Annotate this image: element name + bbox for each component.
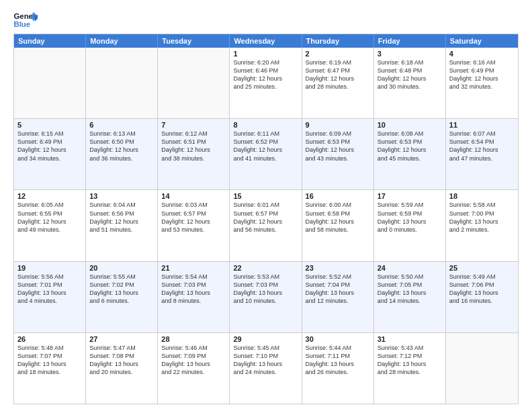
day-number: 1 <box>233 50 298 58</box>
day-cell-23: 23Sunrise: 5:52 AM Sunset: 7:04 PM Dayli… <box>302 262 374 332</box>
logo-icon: General Blue <box>13 11 38 30</box>
day-info: Sunrise: 5:54 AM Sunset: 7:03 PM Dayligh… <box>161 273 226 306</box>
day-cell-13: 13Sunrise: 6:04 AM Sunset: 6:56 PM Dayli… <box>86 190 158 261</box>
day-cell-26: 26Sunrise: 5:48 AM Sunset: 7:07 PM Dayli… <box>14 333 86 404</box>
day-number: 10 <box>378 121 442 129</box>
week-row-3: 12Sunrise: 6:05 AM Sunset: 6:55 PM Dayli… <box>14 189 518 261</box>
header-day-friday: Friday <box>374 34 446 48</box>
day-cell-1: 1Sunrise: 6:20 AM Sunset: 6:46 PM Daylig… <box>230 48 302 118</box>
empty-cell <box>14 48 86 118</box>
day-number: 20 <box>89 264 154 272</box>
day-info: Sunrise: 6:13 AM Sunset: 6:50 PM Dayligh… <box>89 130 154 163</box>
day-number: 27 <box>89 335 154 343</box>
day-info: Sunrise: 6:19 AM Sunset: 6:47 PM Dayligh… <box>306 58 370 91</box>
day-cell-15: 15Sunrise: 6:01 AM Sunset: 6:57 PM Dayli… <box>230 190 302 261</box>
empty-cell <box>158 48 230 118</box>
empty-cell <box>446 333 518 404</box>
day-info: Sunrise: 5:50 AM Sunset: 7:05 PM Dayligh… <box>378 273 442 306</box>
day-info: Sunrise: 5:46 AM Sunset: 7:09 PM Dayligh… <box>161 344 226 377</box>
day-cell-17: 17Sunrise: 5:59 AM Sunset: 6:59 PM Dayli… <box>374 190 446 261</box>
day-number: 11 <box>449 121 515 129</box>
day-info: Sunrise: 5:47 AM Sunset: 7:08 PM Dayligh… <box>89 344 154 377</box>
day-cell-30: 30Sunrise: 5:44 AM Sunset: 7:11 PM Dayli… <box>302 333 374 404</box>
day-cell-14: 14Sunrise: 6:03 AM Sunset: 6:57 PM Dayli… <box>158 190 230 261</box>
page: General Blue SundayMondayTuesdayWednesda… <box>0 0 532 411</box>
header-day-thursday: Thursday <box>302 34 374 48</box>
day-number: 24 <box>378 264 442 272</box>
day-info: Sunrise: 6:11 AM Sunset: 6:52 PM Dayligh… <box>233 130 298 163</box>
week-row-5: 26Sunrise: 5:48 AM Sunset: 7:07 PM Dayli… <box>14 332 518 404</box>
day-cell-25: 25Sunrise: 5:49 AM Sunset: 7:06 PM Dayli… <box>446 262 518 332</box>
day-cell-7: 7Sunrise: 6:12 AM Sunset: 6:51 PM Daylig… <box>158 119 230 189</box>
day-info: Sunrise: 6:12 AM Sunset: 6:51 PM Dayligh… <box>161 130 226 163</box>
header-day-wednesday: Wednesday <box>230 34 302 48</box>
day-cell-4: 4Sunrise: 6:16 AM Sunset: 6:49 PM Daylig… <box>446 48 518 118</box>
day-info: Sunrise: 5:56 AM Sunset: 7:01 PM Dayligh… <box>17 273 82 306</box>
day-info: Sunrise: 6:09 AM Sunset: 6:53 PM Dayligh… <box>306 130 370 163</box>
day-number: 15 <box>233 192 298 200</box>
day-info: Sunrise: 6:04 AM Sunset: 6:56 PM Dayligh… <box>89 201 154 234</box>
day-cell-29: 29Sunrise: 5:45 AM Sunset: 7:10 PM Dayli… <box>230 333 302 404</box>
day-info: Sunrise: 5:44 AM Sunset: 7:11 PM Dayligh… <box>306 344 370 377</box>
day-cell-21: 21Sunrise: 5:54 AM Sunset: 7:03 PM Dayli… <box>158 262 230 332</box>
header-day-saturday: Saturday <box>446 34 518 48</box>
day-cell-16: 16Sunrise: 6:00 AM Sunset: 6:58 PM Dayli… <box>302 190 374 261</box>
day-info: Sunrise: 6:16 AM Sunset: 6:49 PM Dayligh… <box>449 58 515 91</box>
header: General Blue <box>13 11 519 30</box>
day-info: Sunrise: 6:05 AM Sunset: 6:55 PM Dayligh… <box>17 201 82 234</box>
day-info: Sunrise: 5:48 AM Sunset: 7:07 PM Dayligh… <box>17 344 82 377</box>
day-number: 17 <box>378 192 442 200</box>
day-number: 21 <box>161 264 226 272</box>
week-row-4: 19Sunrise: 5:56 AM Sunset: 7:01 PM Dayli… <box>14 261 518 332</box>
day-info: Sunrise: 5:52 AM Sunset: 7:04 PM Dayligh… <box>306 273 370 306</box>
day-info: Sunrise: 6:00 AM Sunset: 6:58 PM Dayligh… <box>306 201 370 234</box>
header-day-tuesday: Tuesday <box>158 34 230 48</box>
day-cell-18: 18Sunrise: 5:58 AM Sunset: 7:00 PM Dayli… <box>446 190 518 261</box>
week-row-1: 1Sunrise: 6:20 AM Sunset: 6:46 PM Daylig… <box>14 48 518 118</box>
day-number: 8 <box>233 121 298 129</box>
empty-cell <box>86 48 158 118</box>
day-number: 6 <box>89 121 154 129</box>
header-day-sunday: Sunday <box>14 34 86 48</box>
calendar-header: SundayMondayTuesdayWednesdayThursdayFrid… <box>14 34 518 48</box>
day-cell-24: 24Sunrise: 5:50 AM Sunset: 7:05 PM Dayli… <box>374 262 446 332</box>
day-number: 7 <box>161 121 226 129</box>
day-info: Sunrise: 5:58 AM Sunset: 7:00 PM Dayligh… <box>449 201 515 234</box>
day-number: 28 <box>161 335 226 343</box>
day-cell-8: 8Sunrise: 6:11 AM Sunset: 6:52 PM Daylig… <box>230 119 302 189</box>
day-cell-27: 27Sunrise: 5:47 AM Sunset: 7:08 PM Dayli… <box>86 333 158 404</box>
day-info: Sunrise: 6:18 AM Sunset: 6:48 PM Dayligh… <box>378 58 442 91</box>
day-number: 5 <box>17 121 82 129</box>
logo: General Blue <box>13 11 40 30</box>
day-number: 9 <box>306 121 370 129</box>
day-number: 30 <box>306 335 370 343</box>
day-cell-20: 20Sunrise: 5:55 AM Sunset: 7:02 PM Dayli… <box>86 262 158 332</box>
day-info: Sunrise: 5:59 AM Sunset: 6:59 PM Dayligh… <box>378 201 442 234</box>
day-cell-6: 6Sunrise: 6:13 AM Sunset: 6:50 PM Daylig… <box>86 119 158 189</box>
day-number: 29 <box>233 335 298 343</box>
day-number: 13 <box>89 192 154 200</box>
day-number: 12 <box>17 192 82 200</box>
day-cell-5: 5Sunrise: 6:15 AM Sunset: 6:49 PM Daylig… <box>14 119 86 189</box>
day-cell-19: 19Sunrise: 5:56 AM Sunset: 7:01 PM Dayli… <box>14 262 86 332</box>
day-number: 2 <box>306 50 370 58</box>
day-number: 23 <box>306 264 370 272</box>
day-cell-22: 22Sunrise: 5:53 AM Sunset: 7:03 PM Dayli… <box>230 262 302 332</box>
day-number: 18 <box>449 192 515 200</box>
day-info: Sunrise: 6:07 AM Sunset: 6:54 PM Dayligh… <box>449 130 515 163</box>
calendar-body: 1Sunrise: 6:20 AM Sunset: 6:46 PM Daylig… <box>14 48 518 404</box>
day-number: 26 <box>17 335 82 343</box>
day-info: Sunrise: 6:03 AM Sunset: 6:57 PM Dayligh… <box>161 201 226 234</box>
day-cell-11: 11Sunrise: 6:07 AM Sunset: 6:54 PM Dayli… <box>446 119 518 189</box>
day-number: 3 <box>378 50 442 58</box>
day-number: 19 <box>17 264 82 272</box>
week-row-2: 5Sunrise: 6:15 AM Sunset: 6:49 PM Daylig… <box>14 118 518 189</box>
day-info: Sunrise: 5:45 AM Sunset: 7:10 PM Dayligh… <box>233 344 298 377</box>
day-cell-31: 31Sunrise: 5:43 AM Sunset: 7:12 PM Dayli… <box>374 333 446 404</box>
day-info: Sunrise: 5:53 AM Sunset: 7:03 PM Dayligh… <box>233 273 298 306</box>
day-info: Sunrise: 6:20 AM Sunset: 6:46 PM Dayligh… <box>233 58 298 91</box>
day-cell-28: 28Sunrise: 5:46 AM Sunset: 7:09 PM Dayli… <box>158 333 230 404</box>
day-number: 22 <box>233 264 298 272</box>
day-info: Sunrise: 5:55 AM Sunset: 7:02 PM Dayligh… <box>89 273 154 306</box>
day-cell-3: 3Sunrise: 6:18 AM Sunset: 6:48 PM Daylig… <box>374 48 446 118</box>
